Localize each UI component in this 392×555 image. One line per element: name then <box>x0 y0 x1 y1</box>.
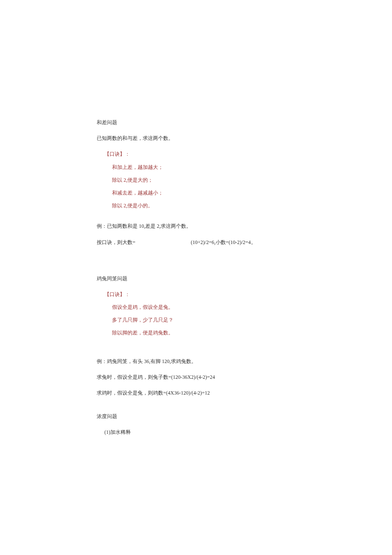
section2-example: 例：鸡兔同笼，有头 36,有脚 120,求鸡兔数。 <box>97 357 295 366</box>
section3-sub: (1)加水稀释 <box>97 428 295 436</box>
section2-calc2: 求鸡时，假设全是兔，则鸡数=(4X36-120)/(4-2)=12 <box>97 389 295 397</box>
mnemonic-line: 和减去差，越减越小； <box>97 189 295 197</box>
mnemonic-label: 【口诀】： <box>97 150 295 158</box>
mnemonic-line: 假设全是鸡，假设全是兔。 <box>97 303 295 311</box>
calc-left: 按口诀，则大数= <box>97 238 135 247</box>
section2-title: 鸡兔同笼问题 <box>97 275 295 283</box>
section1-title: 和差问题 <box>97 119 295 127</box>
mnemonic-line: 多了几只脚，少了几只足？ <box>97 316 295 324</box>
mnemonic-line: 除以脚的差，便是鸡兔数。 <box>97 329 295 337</box>
calc-right: (10+2)/2=6,小数=(10-2)/2=4。 <box>191 238 256 247</box>
mnemonic-line: 除以 2,便是大的； <box>97 176 295 184</box>
section1-calc-row: 按口诀，则大数= (10+2)/2=6,小数=(10-2)/2=4。 <box>97 238 295 247</box>
section3-title: 浓度问题 <box>97 413 295 421</box>
section1-example: 例：已知两数和是 10,差是 2,求这两个数。 <box>97 222 295 230</box>
mnemonic-label: 【口诀】： <box>97 291 295 299</box>
section2-calc1: 求兔时，假设全是鸡，则兔子数=(120-36X2)/(4-2)=24 <box>97 373 295 381</box>
section1-intro: 已知两数的和与差，求这两个数。 <box>97 134 295 142</box>
document-body: 和差问题 已知两数的和与差，求这两个数。 【口诀】： 和加上差，越加越大； 除以… <box>0 0 392 437</box>
mnemonic-line: 和加上差，越加越大； <box>97 163 295 171</box>
mnemonic-line: 除以 2,便是小的。 <box>97 202 295 210</box>
